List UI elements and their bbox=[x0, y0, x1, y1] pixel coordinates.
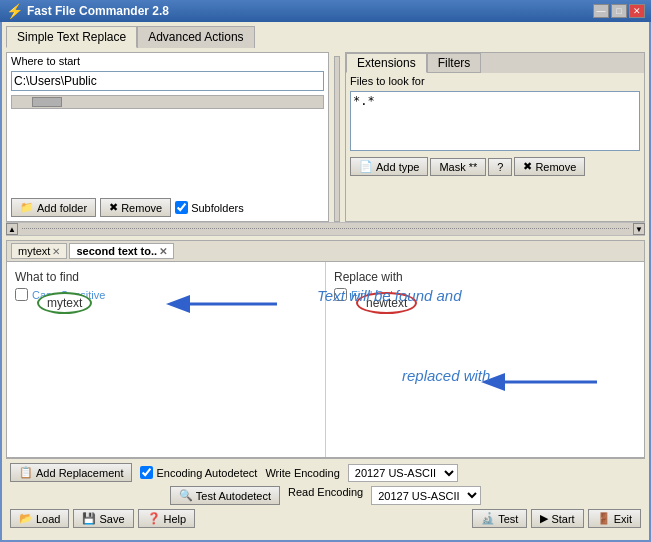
read-encoding-label: Read Encoding bbox=[288, 486, 363, 505]
right-panel: Extensions Filters Files to look for *.*… bbox=[345, 52, 645, 222]
subfolders-checkbox-wrap[interactable]: Subfolders bbox=[175, 201, 244, 214]
load-button[interactable]: 📂 Load bbox=[10, 509, 69, 528]
save-icon: 💾 bbox=[82, 512, 96, 525]
find-side: What to find Case Sensitive mytext bbox=[7, 262, 326, 457]
test-autodetect-button[interactable]: 🔍 Test Autodetect bbox=[170, 486, 280, 505]
tab-extensions[interactable]: Extensions bbox=[346, 53, 427, 73]
files-to-look-for-label: Files to look for bbox=[346, 73, 644, 89]
right-tabs: Extensions Filters bbox=[346, 53, 644, 73]
replacement-tab-mytext[interactable]: mytext ✕ bbox=[11, 243, 67, 259]
remove-button[interactable]: ✖ Remove bbox=[100, 198, 171, 217]
case-sensitive-checkbox[interactable] bbox=[15, 288, 28, 301]
divider-bar bbox=[334, 56, 340, 222]
footer-row: 📂 Load 💾 Save ❓ Help 🔬 Test ▶ Start 🚪 bbox=[10, 509, 641, 528]
test-button[interactable]: 🔬 Test bbox=[472, 509, 527, 528]
save-button[interactable]: 💾 Save bbox=[73, 509, 133, 528]
tab-simple-text-replace[interactable]: Simple Text Replace bbox=[6, 26, 137, 48]
mask-button[interactable]: Mask ** bbox=[430, 158, 486, 176]
close-mytext-tab[interactable]: ✕ bbox=[52, 246, 60, 257]
horizontal-scrollbar[interactable] bbox=[11, 95, 324, 109]
main-tabs: Simple Text Replace Advanced Actions bbox=[6, 26, 645, 48]
add-folder-button[interactable]: 📁 Add folder bbox=[11, 198, 96, 217]
read-encoding-select[interactable]: 20127 US-ASCII bbox=[371, 486, 481, 505]
title-bar-left: ⚡ Fast File Commander 2.8 bbox=[6, 3, 169, 19]
window-body: Simple Text Replace Advanced Actions Whe… bbox=[0, 22, 651, 542]
start-button[interactable]: ▶ Start bbox=[531, 509, 583, 528]
add-replacement-icon: 📋 bbox=[19, 466, 33, 479]
find-replace-area: What to find Case Sensitive mytext Repla… bbox=[7, 262, 644, 457]
folder-icon: 📁 bbox=[20, 201, 34, 214]
tab-filters[interactable]: Filters bbox=[427, 53, 482, 73]
test-icon: 🔬 bbox=[481, 512, 495, 525]
load-icon: 📂 bbox=[19, 512, 33, 525]
add-type-icon: 📄 bbox=[359, 160, 373, 173]
find-bubble: mytext bbox=[37, 292, 92, 314]
start-icon: ▶ bbox=[540, 512, 548, 525]
app-title: Fast File Commander 2.8 bbox=[27, 4, 169, 18]
where-to-start-input[interactable] bbox=[11, 71, 324, 91]
close-button[interactable]: ✕ bbox=[629, 4, 645, 18]
right-panel-buttons: 📄 Add type Mask ** ? ✖ Remove bbox=[346, 153, 644, 180]
exit-icon: 🚪 bbox=[597, 512, 611, 525]
app-icon: ⚡ bbox=[6, 3, 23, 19]
what-to-find-label: What to find bbox=[15, 270, 317, 284]
dot-pattern bbox=[22, 228, 629, 230]
title-bar: ⚡ Fast File Commander 2.8 — □ ✕ bbox=[0, 0, 651, 22]
replacement-tab-second[interactable]: second text to.. ✕ bbox=[69, 243, 174, 259]
where-to-start-label: Where to start bbox=[7, 53, 328, 69]
left-panel-buttons: 📁 Add folder ✖ Remove Subfolders bbox=[7, 194, 328, 221]
scroll-down-button[interactable]: ▼ bbox=[633, 223, 645, 235]
write-encoding-select[interactable]: 20127 US-ASCII bbox=[348, 464, 458, 482]
remove-icon: ✖ bbox=[109, 201, 118, 214]
replacement-tab-label-mytext: mytext bbox=[18, 245, 50, 257]
encoding-autodetect-wrap[interactable]: Encoding Autodetect bbox=[140, 466, 257, 479]
close-second-tab[interactable]: ✕ bbox=[159, 246, 167, 257]
help-button[interactable]: ❓ Help bbox=[138, 509, 196, 528]
mid-divider: ▲ ▼ bbox=[6, 222, 645, 236]
question-button[interactable]: ? bbox=[488, 158, 512, 176]
minimize-button[interactable]: — bbox=[593, 4, 609, 18]
vertical-divider bbox=[333, 52, 341, 222]
bottom-bar: 📋 Add Replacement Encoding Autodetect Wr… bbox=[6, 458, 645, 532]
window-controls[interactable]: — □ ✕ bbox=[593, 4, 645, 18]
test-autodetect-icon: 🔍 bbox=[179, 489, 193, 502]
encoding-autodetect-checkbox[interactable] bbox=[140, 466, 153, 479]
replacement-tabs: mytext ✕ second text to.. ✕ bbox=[7, 241, 644, 262]
tab-advanced-actions[interactable]: Advanced Actions bbox=[137, 26, 254, 48]
replacement-section: mytext ✕ second text to.. ✕ What to find… bbox=[6, 240, 645, 458]
encoding-row: 📋 Add Replacement Encoding Autodetect Wr… bbox=[10, 463, 641, 482]
add-type-button[interactable]: 📄 Add type bbox=[350, 157, 428, 176]
mask-label: Mask bbox=[439, 161, 465, 173]
replace-with-label: Replace with bbox=[334, 270, 636, 284]
replacement-tab-label-second: second text to.. bbox=[76, 245, 157, 257]
help-icon: ❓ bbox=[147, 512, 161, 525]
write-encoding-label: Write Encoding bbox=[265, 467, 339, 479]
exit-button[interactable]: 🚪 Exit bbox=[588, 509, 641, 528]
scroll-thumb[interactable] bbox=[32, 97, 62, 107]
files-input[interactable]: *.* bbox=[350, 91, 640, 151]
top-content: Where to start 📁 Add folder ✖ Remove Sub… bbox=[6, 52, 645, 222]
left-panel: Where to start 📁 Add folder ✖ Remove Sub… bbox=[6, 52, 329, 222]
remove-right-button[interactable]: ✖ Remove bbox=[514, 157, 585, 176]
find-annotation-text: Text will be found and bbox=[317, 287, 462, 304]
action-row: 🔍 Test Autodetect Read Encoding 20127 US… bbox=[10, 486, 641, 505]
replace-annotation-text: replaced with bbox=[402, 367, 490, 384]
subfolders-checkbox[interactable] bbox=[175, 201, 188, 214]
scroll-up-button[interactable]: ▲ bbox=[6, 223, 18, 235]
add-replacement-button[interactable]: 📋 Add Replacement bbox=[10, 463, 132, 482]
maximize-button[interactable]: □ bbox=[611, 4, 627, 18]
remove-right-icon: ✖ bbox=[523, 160, 532, 173]
